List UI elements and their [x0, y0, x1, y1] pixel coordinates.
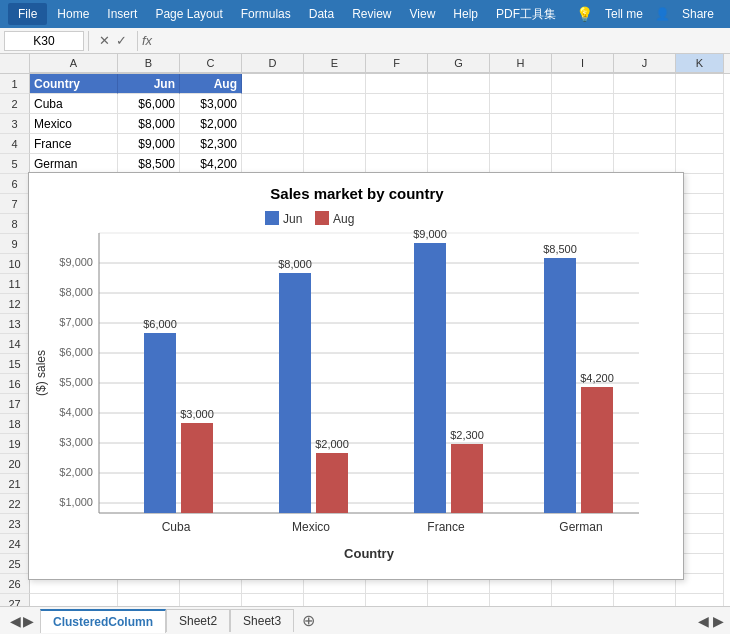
cell-e3[interactable]	[304, 114, 366, 134]
tab-nav-prev[interactable]: ◀	[10, 613, 21, 629]
cell-i27[interactable]	[552, 594, 614, 606]
cell-k2[interactable]	[676, 94, 724, 114]
cell-a5[interactable]: German	[30, 154, 118, 174]
cell-c4[interactable]: $2,300	[180, 134, 242, 154]
cell-g3[interactable]	[428, 114, 490, 134]
cell-k4[interactable]	[676, 134, 724, 154]
cell-e4[interactable]	[304, 134, 366, 154]
cell-a4[interactable]: France	[30, 134, 118, 154]
share-button[interactable]: Share	[674, 3, 722, 25]
cell-b1[interactable]: Jun	[118, 74, 180, 94]
menu-page-layout[interactable]: Page Layout	[147, 3, 230, 25]
cell-a3[interactable]: Mexico	[30, 114, 118, 134]
cell-a27[interactable]	[30, 594, 118, 606]
cell-d27[interactable]	[242, 594, 304, 606]
cell-f2[interactable]	[366, 94, 428, 114]
cell-c1[interactable]: Aug	[180, 74, 242, 94]
cell-h4[interactable]	[490, 134, 552, 154]
menu-formulas[interactable]: Formulas	[233, 3, 299, 25]
cell-j2[interactable]	[614, 94, 676, 114]
col-header-h[interactable]: H	[490, 54, 552, 73]
cell-i5[interactable]	[552, 154, 614, 174]
cell-d5[interactable]	[242, 154, 304, 174]
menu-data[interactable]: Data	[301, 3, 342, 25]
tell-me[interactable]: Tell me	[597, 3, 651, 25]
cell-f3[interactable]	[366, 114, 428, 134]
tab-clustered-column[interactable]: ClusteredColumn	[40, 609, 166, 633]
menu-review[interactable]: Review	[344, 3, 399, 25]
scroll-right-icon[interactable]: ▶	[713, 613, 724, 629]
col-header-c[interactable]: C	[180, 54, 242, 73]
cell-f1[interactable]	[366, 74, 428, 94]
cell-j5[interactable]	[614, 154, 676, 174]
cell-g2[interactable]	[428, 94, 490, 114]
cell-e2[interactable]	[304, 94, 366, 114]
cell-h1[interactable]	[490, 74, 552, 94]
cell-k5[interactable]	[676, 154, 724, 174]
col-header-j[interactable]: J	[614, 54, 676, 73]
cell-g1[interactable]	[428, 74, 490, 94]
cell-reference[interactable]: K30	[4, 31, 84, 51]
col-header-k[interactable]: K	[676, 54, 724, 73]
cell-d3[interactable]	[242, 114, 304, 134]
cell-d1[interactable]	[242, 74, 304, 94]
cell-i2[interactable]	[552, 94, 614, 114]
cell-a1[interactable]: Country	[30, 74, 118, 94]
cell-b27[interactable]	[118, 594, 180, 606]
cell-c27[interactable]	[180, 594, 242, 606]
col-header-d[interactable]: D	[242, 54, 304, 73]
menu-file[interactable]: File	[8, 3, 47, 25]
cell-b4[interactable]: $9,000	[118, 134, 180, 154]
cell-j27[interactable]	[614, 594, 676, 606]
cell-h2[interactable]	[490, 94, 552, 114]
cell-e1[interactable]	[304, 74, 366, 94]
cell-e5[interactable]	[304, 154, 366, 174]
cell-k27[interactable]	[676, 594, 724, 606]
cell-c5[interactable]: $4,200	[180, 154, 242, 174]
tab-nav-next[interactable]: ▶	[23, 613, 34, 629]
tab-sheet2[interactable]: Sheet2	[166, 609, 230, 632]
col-header-g[interactable]: G	[428, 54, 490, 73]
confirm-icon[interactable]: ✓	[116, 33, 127, 48]
scroll-left-icon[interactable]: ◀	[698, 613, 709, 629]
col-header-e[interactable]: E	[304, 54, 366, 73]
cell-c2[interactable]: $3,000	[180, 94, 242, 114]
cell-g4[interactable]	[428, 134, 490, 154]
cell-f27[interactable]	[366, 594, 428, 606]
menu-home[interactable]: Home	[49, 3, 97, 25]
cell-j4[interactable]	[614, 134, 676, 154]
cell-g27[interactable]	[428, 594, 490, 606]
menu-view[interactable]: View	[402, 3, 444, 25]
menu-insert[interactable]: Insert	[99, 3, 145, 25]
col-header-b[interactable]: B	[118, 54, 180, 73]
cell-c3[interactable]: $2,000	[180, 114, 242, 134]
cell-b5[interactable]: $8,500	[118, 154, 180, 174]
cell-j1[interactable]	[614, 74, 676, 94]
cell-f4[interactable]	[366, 134, 428, 154]
cell-k1[interactable]	[676, 74, 724, 94]
cell-h5[interactable]	[490, 154, 552, 174]
cell-a2[interactable]: Cuba	[30, 94, 118, 114]
cell-i4[interactable]	[552, 134, 614, 154]
formula-input[interactable]	[156, 34, 726, 48]
cell-k3[interactable]	[676, 114, 724, 134]
add-sheet-button[interactable]: ⊕	[294, 607, 323, 634]
col-header-a[interactable]: A	[30, 54, 118, 73]
tab-sheet3[interactable]: Sheet3	[230, 609, 294, 632]
cell-j3[interactable]	[614, 114, 676, 134]
cell-f5[interactable]	[366, 154, 428, 174]
cell-b2[interactable]: $6,000	[118, 94, 180, 114]
cell-d2[interactable]	[242, 94, 304, 114]
cancel-icon[interactable]: ✕	[99, 33, 110, 48]
cell-i1[interactable]	[552, 74, 614, 94]
chart-container[interactable]: Sales market by country Jun Aug	[28, 172, 684, 580]
menu-help[interactable]: Help	[445, 3, 486, 25]
cell-g5[interactable]	[428, 154, 490, 174]
cell-d4[interactable]	[242, 134, 304, 154]
col-header-i[interactable]: I	[552, 54, 614, 73]
cell-h3[interactable]	[490, 114, 552, 134]
cell-b3[interactable]: $8,000	[118, 114, 180, 134]
col-header-f[interactable]: F	[366, 54, 428, 73]
cell-e27[interactable]	[304, 594, 366, 606]
menu-pdf-tools[interactable]: PDF工具集	[488, 2, 564, 27]
